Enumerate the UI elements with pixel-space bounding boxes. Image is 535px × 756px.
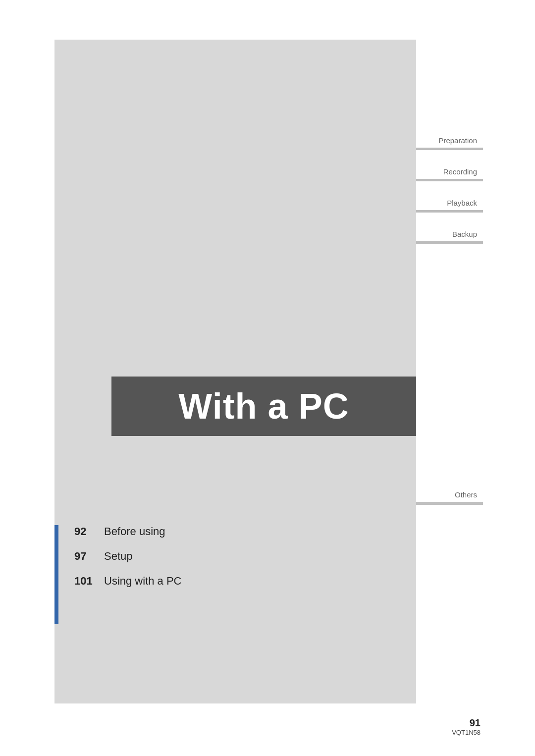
page-code: VQT1N58 [452,729,481,736]
tab-backup: Backup [416,213,483,244]
left-accent-bar [54,525,58,624]
page-number-area: 91 VQT1N58 [452,717,481,736]
preparation-label: Preparation [416,119,483,148]
others-divider [416,502,483,505]
backup-divider [416,241,483,244]
toc-entry-2: 97 Setup [74,550,322,563]
toc-section: 92 Before using 97 Setup 101 Using with … [74,525,322,599]
toc-text-2: Setup [104,550,133,563]
tab-playback: Playback [416,181,483,213]
page-title: With a PC [178,386,349,427]
playback-label: Playback [416,181,483,210]
tabs-container: Preparation Recording Playback Backup [416,119,483,244]
tab-recording: Recording [416,150,483,181]
toc-number-1: 92 [74,525,104,538]
toc-number-2: 97 [74,550,104,563]
others-label: Others [416,476,483,502]
toc-number-3: 101 [74,575,104,588]
tab-others: Others [416,476,483,505]
main-area [54,40,416,703]
toc-text-1: Before using [104,525,165,538]
backup-label: Backup [416,213,483,241]
page-container: Preparation Recording Playback Backup Wi… [0,0,535,756]
title-box: With a PC [111,377,416,436]
tab-preparation: Preparation [416,119,483,150]
toc-text-3: Using with a PC [104,575,182,588]
page-number: 91 [452,717,481,729]
toc-entry-3: 101 Using with a PC [74,575,322,588]
toc-entry-1: 92 Before using [74,525,322,538]
recording-label: Recording [416,150,483,179]
